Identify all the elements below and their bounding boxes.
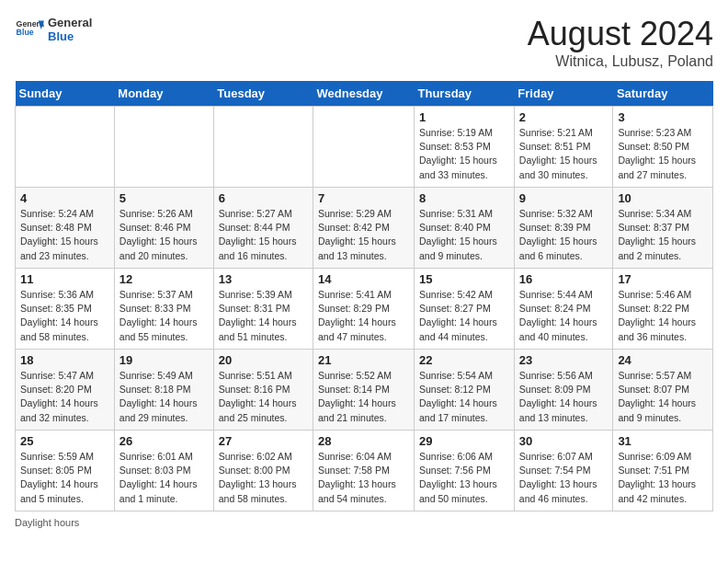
day-number: 8 <box>419 191 509 205</box>
day-info: Sunrise: 5:42 AM Sunset: 8:27 PM Dayligh… <box>419 288 509 344</box>
calendar-cell: 11Sunrise: 5:36 AM Sunset: 8:35 PM Dayli… <box>16 269 115 350</box>
calendar-cell <box>16 107 115 188</box>
calendar-col-tuesday: Tuesday <box>213 81 313 107</box>
day-info: Sunrise: 5:57 AM Sunset: 8:07 PM Dayligh… <box>618 369 708 425</box>
calendar-cell: 22Sunrise: 5:54 AM Sunset: 8:12 PM Dayli… <box>415 350 515 431</box>
calendar-week-1: 1Sunrise: 5:19 AM Sunset: 8:53 PM Daylig… <box>16 107 713 188</box>
calendar-cell: 19Sunrise: 5:49 AM Sunset: 8:18 PM Dayli… <box>114 350 213 431</box>
day-number: 13 <box>219 272 308 286</box>
calendar-cell <box>313 107 415 188</box>
calendar-cell: 8Sunrise: 5:31 AM Sunset: 8:40 PM Daylig… <box>415 188 515 269</box>
day-info: Sunrise: 5:52 AM Sunset: 8:14 PM Dayligh… <box>318 369 409 425</box>
calendar-cell: 15Sunrise: 5:42 AM Sunset: 8:27 PM Dayli… <box>415 269 515 350</box>
day-info: Sunrise: 5:24 AM Sunset: 8:48 PM Dayligh… <box>20 207 109 263</box>
day-info: Sunrise: 5:31 AM Sunset: 8:40 PM Dayligh… <box>419 207 509 263</box>
calendar-cell: 9Sunrise: 5:32 AM Sunset: 8:39 PM Daylig… <box>514 188 613 269</box>
calendar-cell <box>213 107 313 188</box>
calendar-cell: 20Sunrise: 5:51 AM Sunset: 8:16 PM Dayli… <box>213 350 313 431</box>
day-number: 29 <box>419 434 509 448</box>
day-info: Sunrise: 5:21 AM Sunset: 8:51 PM Dayligh… <box>519 126 609 182</box>
calendar-cell: 14Sunrise: 5:41 AM Sunset: 8:29 PM Dayli… <box>313 269 415 350</box>
calendar-cell: 17Sunrise: 5:46 AM Sunset: 8:22 PM Dayli… <box>613 269 713 350</box>
day-number: 30 <box>519 434 609 448</box>
day-info: Sunrise: 5:46 AM Sunset: 8:22 PM Dayligh… <box>618 288 708 344</box>
calendar-cell: 26Sunrise: 6:01 AM Sunset: 8:03 PM Dayli… <box>114 431 213 511</box>
day-info: Sunrise: 5:37 AM Sunset: 8:33 PM Dayligh… <box>119 288 209 344</box>
calendar-col-monday: Monday <box>114 81 213 107</box>
calendar-cell: 5Sunrise: 5:26 AM Sunset: 8:46 PM Daylig… <box>114 188 213 269</box>
day-number: 6 <box>219 191 308 205</box>
calendar-col-wednesday: Wednesday <box>313 81 415 107</box>
calendar-cell: 2Sunrise: 5:21 AM Sunset: 8:51 PM Daylig… <box>514 107 613 188</box>
day-number: 12 <box>119 272 209 286</box>
day-info: Sunrise: 6:02 AM Sunset: 8:00 PM Dayligh… <box>219 450 308 506</box>
day-info: Sunrise: 5:54 AM Sunset: 8:12 PM Dayligh… <box>419 369 509 425</box>
calendar-cell: 3Sunrise: 5:23 AM Sunset: 8:50 PM Daylig… <box>613 107 713 188</box>
day-number: 27 <box>219 434 308 448</box>
calendar-week-2: 4Sunrise: 5:24 AM Sunset: 8:48 PM Daylig… <box>16 188 713 269</box>
calendar-cell: 16Sunrise: 5:44 AM Sunset: 8:24 PM Dayli… <box>514 269 613 350</box>
calendar-col-saturday: Saturday <box>613 81 713 107</box>
day-number: 11 <box>20 272 109 286</box>
day-number: 7 <box>318 191 409 205</box>
day-info: Sunrise: 5:39 AM Sunset: 8:31 PM Dayligh… <box>219 288 308 344</box>
day-info: Sunrise: 5:19 AM Sunset: 8:53 PM Dayligh… <box>419 126 509 182</box>
title-block: August 2024 Witnica, Lubusz, Poland <box>528 15 713 70</box>
calendar-cell: 21Sunrise: 5:52 AM Sunset: 8:14 PM Dayli… <box>313 350 415 431</box>
logo-general-text: General <box>48 16 92 29</box>
day-number: 19 <box>119 353 209 367</box>
day-number: 2 <box>519 110 609 124</box>
day-info: Sunrise: 5:47 AM Sunset: 8:20 PM Dayligh… <box>20 369 109 425</box>
day-info: Sunrise: 5:34 AM Sunset: 8:37 PM Dayligh… <box>618 207 708 263</box>
day-number: 21 <box>318 353 409 367</box>
day-number: 1 <box>419 110 509 124</box>
calendar-week-5: 25Sunrise: 5:59 AM Sunset: 8:05 PM Dayli… <box>16 431 713 511</box>
day-number: 3 <box>618 110 708 124</box>
calendar-week-3: 11Sunrise: 5:36 AM Sunset: 8:35 PM Dayli… <box>16 269 713 350</box>
calendar-cell: 28Sunrise: 6:04 AM Sunset: 7:58 PM Dayli… <box>313 431 415 511</box>
day-info: Sunrise: 6:06 AM Sunset: 7:56 PM Dayligh… <box>419 450 509 506</box>
day-info: Sunrise: 5:41 AM Sunset: 8:29 PM Dayligh… <box>318 288 409 344</box>
calendar-cell: 10Sunrise: 5:34 AM Sunset: 8:37 PM Dayli… <box>613 188 713 269</box>
calendar-col-thursday: Thursday <box>415 81 515 107</box>
calendar-cell: 18Sunrise: 5:47 AM Sunset: 8:20 PM Dayli… <box>16 350 115 431</box>
day-info: Sunrise: 5:23 AM Sunset: 8:50 PM Dayligh… <box>618 126 708 182</box>
calendar-cell: 29Sunrise: 6:06 AM Sunset: 7:56 PM Dayli… <box>415 431 515 511</box>
calendar-cell: 30Sunrise: 6:07 AM Sunset: 7:54 PM Dayli… <box>514 431 613 511</box>
logo-icon: General Blue <box>15 15 44 44</box>
calendar-cell <box>114 107 213 188</box>
day-number: 10 <box>618 191 708 205</box>
calendar-cell: 6Sunrise: 5:27 AM Sunset: 8:44 PM Daylig… <box>213 188 313 269</box>
day-info: Sunrise: 6:04 AM Sunset: 7:58 PM Dayligh… <box>318 450 409 506</box>
calendar-col-friday: Friday <box>514 81 613 107</box>
calendar-week-4: 18Sunrise: 5:47 AM Sunset: 8:20 PM Dayli… <box>16 350 713 431</box>
day-number: 15 <box>419 272 509 286</box>
day-number: 31 <box>618 434 708 448</box>
logo: General Blue General Blue <box>15 15 92 44</box>
calendar-cell: 23Sunrise: 5:56 AM Sunset: 8:09 PM Dayli… <box>514 350 613 431</box>
calendar-cell: 12Sunrise: 5:37 AM Sunset: 8:33 PM Dayli… <box>114 269 213 350</box>
day-number: 17 <box>618 272 708 286</box>
day-number: 25 <box>20 434 109 448</box>
day-info: Sunrise: 6:07 AM Sunset: 7:54 PM Dayligh… <box>519 450 609 506</box>
day-info: Sunrise: 5:59 AM Sunset: 8:05 PM Dayligh… <box>20 450 109 506</box>
footer-daylight: Daylight hours <box>15 517 713 528</box>
day-info: Sunrise: 5:29 AM Sunset: 8:42 PM Dayligh… <box>318 207 409 263</box>
day-info: Sunrise: 5:27 AM Sunset: 8:44 PM Dayligh… <box>219 207 308 263</box>
logo-blue-text: Blue <box>48 29 92 43</box>
day-info: Sunrise: 5:36 AM Sunset: 8:35 PM Dayligh… <box>20 288 109 344</box>
day-number: 26 <box>119 434 209 448</box>
day-info: Sunrise: 5:44 AM Sunset: 8:24 PM Dayligh… <box>519 288 609 344</box>
calendar-table: SundayMondayTuesdayWednesdayThursdayFrid… <box>15 81 713 511</box>
page-header: General Blue General Blue August 2024 Wi… <box>15 15 713 70</box>
svg-text:Blue: Blue <box>17 28 34 37</box>
day-number: 16 <box>519 272 609 286</box>
day-number: 24 <box>618 353 708 367</box>
day-number: 28 <box>318 434 409 448</box>
day-info: Sunrise: 6:01 AM Sunset: 8:03 PM Dayligh… <box>119 450 209 506</box>
day-number: 5 <box>119 191 209 205</box>
calendar-col-sunday: Sunday <box>16 81 115 107</box>
day-info: Sunrise: 5:49 AM Sunset: 8:18 PM Dayligh… <box>119 369 209 425</box>
calendar-cell: 1Sunrise: 5:19 AM Sunset: 8:53 PM Daylig… <box>415 107 515 188</box>
day-info: Sunrise: 6:09 AM Sunset: 7:51 PM Dayligh… <box>618 450 708 506</box>
